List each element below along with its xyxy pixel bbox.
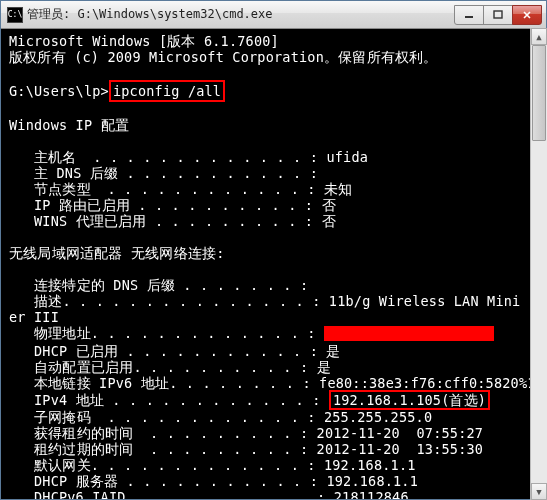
close-button[interactable] [512,5,542,25]
header-line-2: 版权所有 (c) 2009 Microsoft Corporation。保留所有… [9,49,438,65]
cmd-icon: C:\ [7,7,23,23]
ipv4-highlight: 192.168.1.105(首选) [329,390,490,410]
ipv6-local-value: fe80::38e3:f76:cff0:5820%13(首 [311,375,546,391]
ipv4-label: IPv4 地址 . . . . . . . . . . . . : [9,392,321,408]
dhcp-enabled-label: DHCP 已启用 . . . . . . . . . . . : [9,343,318,359]
gateway-value: 192.168.1.1 [316,457,416,473]
maximize-icon [493,10,503,20]
ipv4-value: 192.168.1.105(首选) [333,392,486,408]
ip-routing-label: IP 路由已启用 . . . . . . . . . . : [9,197,313,213]
lease-expires-label: 租约过期的时间 . . . . . . . . . : [9,441,308,457]
dhcpv6-iaid-label: DHCPv6 IAID . . . . . . . . . . . : [9,489,325,500]
window-buttons [455,5,542,25]
svg-rect-1 [494,11,502,18]
adapter-heading: 无线局域网适配器 无线网络连接: [9,245,224,261]
lease-obtained-value: 2012-11-20 07:55:27 [308,425,483,441]
close-icon [522,10,532,20]
prompt-path: G:\Users\lp> [9,83,109,99]
minimize-button[interactable] [454,5,484,25]
svg-rect-0 [465,16,473,18]
wins-proxy-value: 否 [313,213,336,229]
description-cont: er III [9,309,59,325]
description-value: 11b/g Wireless LAN Mini PCI Ex [321,293,546,309]
host-name-label: 主机名 . . . . . . . . . . . . . : [9,149,318,165]
autoconf-value: 是 [308,359,331,375]
ip-config-heading: Windows IP 配置 [9,117,129,133]
command-text: ipconfig /all [113,83,221,99]
dhcp-enabled-value: 是 [318,343,341,359]
conn-dns-label: 连接特定的 DNS 后缀 . . . . . . . : [9,277,308,293]
physical-addr-label: 物理地址. . . . . . . . . . . . . : [9,325,316,341]
dhcp-server-value: 192.168.1.1 [318,473,418,489]
vertical-scrollbar[interactable]: ▲ ▼ [530,28,547,500]
dhcp-server-label: DHCP 服务器 . . . . . . . . . . . : [9,473,318,489]
window-title: 管理员: G:\Windows\system32\cmd.exe [27,6,455,23]
ipv6-local-label: 本地链接 IPv6 地址. . . . . . . . : [9,375,311,391]
minimize-icon [464,10,474,20]
ip-routing-value: 否 [313,197,336,213]
description-label: 描述. . . . . . . . . . . . . . . : [9,293,321,309]
dhcpv6-iaid-value: 218112846 [325,489,408,500]
lease-obtained-label: 获得租约的时间 . . . . . . . . . : [9,425,308,441]
gateway-label: 默认网关. . . . . . . . . . . . . : [9,457,316,473]
autoconf-label: 自动配置已启用. . . . . . . . . . : [9,359,308,375]
scroll-up-button[interactable]: ▲ [531,28,547,45]
subnet-value: 255.255.255.0 [316,409,433,425]
physical-addr-redacted [324,326,494,341]
scrollbar-track[interactable] [531,45,547,483]
terminal-output: Microsoft Windows [版本 6.1.7600] 版权所有 (c)… [1,29,546,499]
node-type-label: 节点类型 . . . . . . . . . . . . : [9,181,316,197]
lease-expires-value: 2012-11-20 13:55:30 [308,441,483,457]
wins-proxy-label: WINS 代理已启用 . . . . . . . . . : [9,213,313,229]
scrollbar-thumb[interactable] [532,45,546,141]
scroll-down-button[interactable]: ▼ [531,483,547,500]
host-name-value: ufida [318,149,368,165]
window-titlebar: C:\ 管理员: G:\Windows\system32\cmd.exe [1,1,546,29]
header-line-1: Microsoft Windows [版本 6.1.7600] [9,33,279,49]
subnet-label: 子网掩码 . . . . . . . . . . . . : [9,409,316,425]
node-type-value: 未知 [316,181,353,197]
command-highlight: ipconfig /all [109,80,225,102]
maximize-button[interactable] [483,5,513,25]
dns-suffix-label: 主 DNS 后缀 . . . . . . . . . . . : [9,165,318,181]
